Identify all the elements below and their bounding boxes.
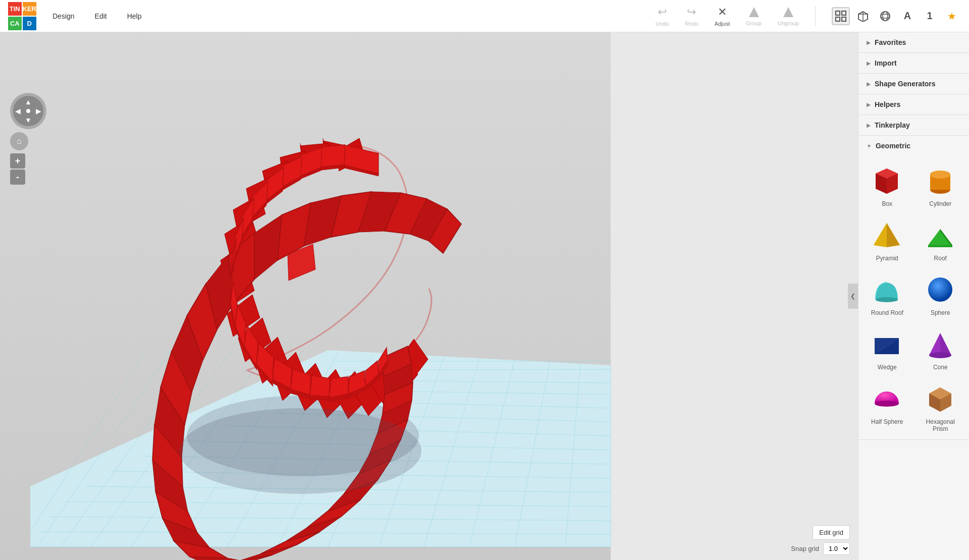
box-icon — [870, 163, 905, 198]
shape-generators-section: ▶ Shape Generators — [858, 74, 969, 94]
redo-icon: ↪ — [687, 6, 696, 19]
nav-center[interactable] — [26, 109, 30, 113]
group-button[interactable]: Group — [742, 4, 766, 28]
nav-edit[interactable]: Edit — [91, 10, 111, 22]
edit-grid-button[interactable]: Edit grid — [813, 525, 850, 540]
shape-cylinder[interactable]: Cylinder — [916, 160, 965, 210]
star-btn[interactable]: ★ — [943, 7, 961, 25]
cone-label: Cone — [933, 364, 948, 371]
zoom-out-button[interactable]: - — [10, 170, 25, 185]
nav-help[interactable]: Help — [123, 10, 146, 22]
logo[interactable]: TIN KER CA D — [8, 2, 36, 30]
shape-roof[interactable]: Roof — [916, 214, 965, 265]
hexagonal-prism-label: Hexagonal Prism — [919, 418, 962, 432]
cube-view-btn[interactable] — [854, 7, 872, 25]
group-icon — [748, 6, 760, 18]
favorites-section: ▶ Favorites — [858, 32, 969, 53]
shape-cone[interactable]: Cone — [916, 323, 965, 374]
cylinder-icon — [923, 163, 958, 198]
canvas-area[interactable]: Ingenious Juttuli ? — [0, 32, 858, 560]
cylinder-label: Cylinder — [929, 200, 951, 207]
svg-point-11 — [881, 14, 890, 18]
nav-right[interactable]: ▶ — [36, 107, 41, 115]
cone-icon — [923, 326, 958, 362]
adjust-icon: ✕ — [718, 6, 727, 19]
shape-round-roof[interactable]: Round Roof — [863, 269, 912, 319]
svg-marker-158 — [928, 229, 952, 245]
import-label: Import — [875, 59, 897, 67]
round-roof-label: Round Roof — [871, 309, 903, 316]
favorites-arrow: ▶ — [867, 40, 871, 45]
shape-generators-arrow: ▶ — [867, 81, 871, 87]
grid-view-btn[interactable] — [832, 7, 850, 25]
right-panel: ▶ Favorites ▶ Import ▶ Shape Generators … — [858, 32, 969, 560]
shape-sphere[interactable]: Sphere — [916, 269, 965, 319]
logo-ca: CA — [8, 17, 22, 30]
snap-grid-control: Snap grid 1.0 — [791, 542, 850, 555]
cube-icon — [857, 11, 869, 22]
nav-design[interactable]: Design — [48, 10, 79, 22]
zoom-in-button[interactable]: + — [10, 153, 25, 169]
svg-marker-138 — [310, 375, 330, 397]
geometric-header[interactable]: ▼ Geometric — [858, 136, 969, 156]
svg-point-169 — [875, 401, 899, 407]
shapes-grid: Box Cylinder — [858, 156, 969, 439]
logo-d: D — [23, 17, 36, 30]
shape-wedge[interactable]: Wedge — [863, 323, 912, 374]
import-header[interactable]: ▶ Import — [858, 53, 969, 73]
adjust-button[interactable]: ✕ Adjust — [711, 4, 734, 29]
geometric-section: ▼ Geometric Box — [858, 136, 969, 440]
svg-marker-165 — [875, 338, 899, 354]
svg-marker-157 — [874, 223, 887, 247]
svg-marker-1 — [783, 7, 793, 17]
svg-marker-168 — [940, 333, 951, 357]
helpers-header[interactable]: ▶ Helpers — [858, 94, 969, 115]
nav-left[interactable]: ◀ — [15, 107, 21, 115]
shape-generators-header[interactable]: ▶ Shape Generators — [858, 74, 969, 94]
tinkerplay-section: ▶ Tinkerplay — [858, 115, 969, 136]
nav-down[interactable]: ▼ — [25, 116, 32, 124]
svg-rect-2 — [836, 11, 840, 15]
shape-pyramid[interactable]: Pyramid — [863, 214, 912, 265]
nav-up[interactable]: ▲ — [25, 98, 32, 106]
snap-grid-select[interactable]: 1.0 — [823, 542, 850, 555]
hexagonal-prism-icon — [923, 381, 958, 416]
svg-point-162 — [928, 277, 952, 302]
grid-canvas — [0, 32, 858, 560]
sphere-icon — [880, 11, 891, 22]
round-roof-icon — [870, 272, 905, 307]
logo-ker: KER — [23, 2, 36, 16]
snap-grid-label: Snap grid — [791, 545, 819, 552]
nav-compass[interactable]: ▲ ▼ ◀ ▶ — [10, 93, 46, 129]
text-btn[interactable]: A — [898, 7, 917, 25]
topbar: TIN KER CA D Design Edit Help ↩ Undo ↪ R… — [0, 0, 969, 32]
svg-rect-5 — [842, 17, 846, 21]
home-button[interactable]: ⌂ — [10, 132, 28, 150]
sphere-view-btn[interactable] — [876, 7, 894, 25]
svg-point-154 — [930, 171, 950, 179]
pyramid-icon — [870, 217, 905, 253]
svg-point-9 — [881, 12, 890, 21]
main: Ingenious Juttuli ? — [0, 32, 969, 560]
undo-button[interactable]: ↩ Undo — [652, 4, 673, 29]
import-arrow: ▶ — [867, 61, 871, 66]
sphere-icon — [923, 272, 958, 307]
roof-icon — [923, 217, 958, 253]
collapse-panel-button[interactable]: ❮ — [848, 284, 858, 309]
wedge-icon — [870, 326, 905, 362]
shape-hexagonal-prism[interactable]: Hexagonal Prism — [916, 378, 965, 435]
tinkerplay-header[interactable]: ▶ Tinkerplay — [858, 115, 969, 135]
grid-icon — [835, 11, 846, 22]
helpers-arrow: ▶ — [867, 102, 871, 107]
svg-point-10 — [883, 12, 888, 21]
tinkerplay-label: Tinkerplay — [875, 121, 910, 129]
sphere-label: Sphere — [931, 309, 950, 316]
ungroup-button[interactable]: Ungroup — [774, 4, 803, 28]
redo-button[interactable]: ↪ Redo — [681, 4, 702, 29]
shape-half-sphere[interactable]: Half Sphere — [863, 378, 912, 435]
roof-label: Roof — [934, 255, 947, 262]
shape-box[interactable]: Box — [863, 160, 912, 210]
number-btn[interactable]: 1 — [921, 7, 939, 25]
favorites-header[interactable]: ▶ Favorites — [858, 32, 969, 52]
svg-marker-0 — [749, 7, 759, 17]
